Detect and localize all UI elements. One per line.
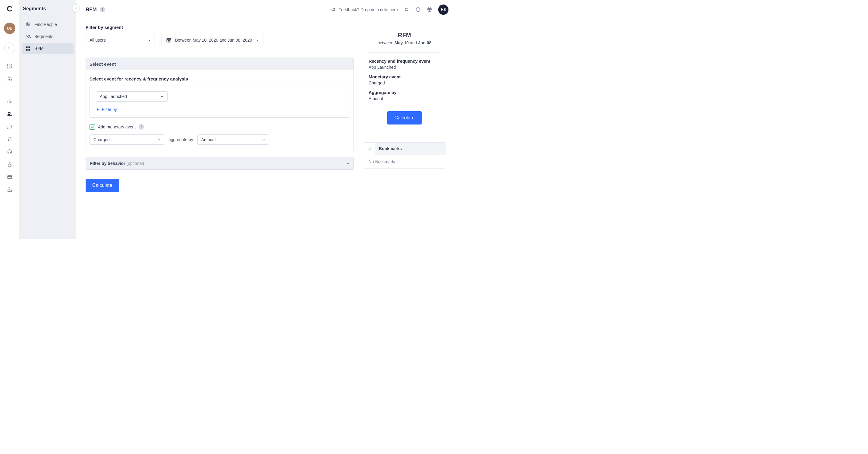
behavior-optional: (optional) [127,161,144,166]
aggregate-by-select[interactable]: Amount [197,134,269,145]
filter-behavior-panel[interactable]: Filter by behavior (optional) [86,157,354,170]
gift-icon [427,7,432,12]
caret-right-icon [347,162,349,165]
nav-messages-icon[interactable] [4,121,16,131]
behavior-label: Filter by behavior [90,161,125,166]
bar-chart-icon [7,98,12,104]
sidebar-item-label: RFM [34,46,43,51]
collapse-sidebar-button[interactable] [72,4,80,12]
nav-boards-icon[interactable] [4,61,16,71]
summary-rf-event: Recency and frequency event App Launched [369,59,440,70]
svg-point-5 [10,77,11,78]
summary-title: RFM [369,32,440,38]
help-icon[interactable]: ? [100,7,105,12]
svg-point-13 [27,24,28,24]
aggregate-by-value: Amount [201,137,216,142]
nav-segments-icon[interactable] [4,109,16,119]
svg-point-6 [8,112,10,113]
svg-point-7 [10,113,11,114]
summary-card: RFM between May 10 and Jun 08 Recency an… [363,25,446,133]
monetary-checkbox-label: Add monetary event [98,124,135,129]
headset-icon [7,149,12,154]
workspace-avatar[interactable]: DE [4,23,16,34]
filter-by-link[interactable]: Filter by [96,107,344,112]
chevron-left-icon [74,7,78,10]
check-icon [91,125,94,129]
svg-rect-17 [29,47,30,48]
svg-text:30: 30 [168,40,170,41]
svg-rect-18 [26,49,27,51]
top-action-2[interactable] [415,7,421,12]
bookmarks-empty: No Bookmarks [363,155,446,168]
chat-icon [7,124,12,129]
summary-subtitle: between May 10 and Jun 08 [369,40,440,45]
align-icon [404,7,409,12]
select-event-panel: Select event Select event for recency & … [86,58,354,151]
calculate-button[interactable]: Calculate [86,179,119,192]
feedback-label: Feedback? Drop us a note here [338,7,398,12]
svg-rect-1 [10,64,12,65]
sidebar-item-label: Find People [34,22,57,27]
users-icon [7,111,12,116]
rf-event-box: App Launched Filter by [90,86,350,118]
back-button[interactable] [4,42,15,53]
bookmarks-title: Bookmarks [375,146,405,151]
user-avatar[interactable]: HS [438,4,448,15]
nav-integrations-icon[interactable] [4,185,16,194]
topbar: RFM ? Feedback? Drop us a note here HS [86,4,448,15]
nav-journeys-icon[interactable] [4,134,16,144]
svg-rect-8 [7,176,12,179]
sidebar-item-rfm[interactable]: RFM [22,43,73,54]
nav-analytics-icon[interactable] [4,96,16,106]
chevron-down-icon [255,38,259,42]
monetary-toggle-row: Add monetary event ? [90,124,350,130]
nav-experiments-icon[interactable] [4,159,16,169]
sidebar-item-label: Segments [34,34,53,39]
grid-icon [25,46,31,51]
plus-icon [96,108,99,111]
nav-billing-icon[interactable] [4,172,16,182]
people-grid-icon [7,76,12,81]
svg-point-14 [27,35,28,36]
svg-rect-2 [10,66,12,68]
arrow-left-icon [7,46,12,50]
rf-event-value: App Launched [100,94,127,99]
brand-logo: C [0,4,19,13]
segment-select[interactable]: All users [86,34,155,46]
monetary-event-select[interactable]: Charged [90,134,164,145]
monetary-checkbox[interactable] [90,124,95,130]
svg-rect-0 [7,64,9,66]
rf-event-select[interactable]: App Launched [96,91,167,101]
import-icon [7,187,12,192]
sidebar-item-segments[interactable]: Segments [22,31,73,42]
summary-monetary-event: Monetary event Charged [369,74,440,85]
sidebar: Segments Find People Segments RFM [19,0,76,239]
monetary-event-value: Charged [93,137,110,142]
flow-icon [7,136,12,142]
chevron-down-icon [157,138,160,141]
panel-header-label: Select event [90,61,116,67]
bookmark-icon-cell[interactable] [363,143,375,155]
sidebar-item-find-people[interactable]: Find People [22,19,73,30]
feedback-link[interactable]: Feedback? Drop us a note here [331,7,398,12]
calendar-icon: 30 [166,37,172,43]
top-action-1[interactable] [404,7,409,12]
card-icon [7,174,12,180]
chevron-down-icon [148,38,151,42]
top-action-gift[interactable] [427,7,432,12]
svg-rect-3 [7,67,9,68]
megaphone-icon [331,7,336,12]
date-range-select[interactable]: 30 Between May 10, 2020 and Jun 08, 2020 [161,34,264,46]
main-content: RFM ? Feedback? Drop us a note here HS [76,0,456,239]
sidebar-title: Segments [19,4,76,18]
help-icon[interactable]: ? [138,124,144,130]
summary-calculate-button[interactable]: Calculate [387,111,422,124]
nav-people-icon[interactable] [4,74,16,84]
bookmark-icon [367,147,371,151]
summary-aggregate: Aggregate by Amount [369,90,440,101]
nav-support-icon[interactable] [4,147,16,156]
bookmarks-card: Bookmarks No Bookmarks [363,142,446,169]
search-person-icon [25,22,31,27]
icon-rail: C DE [0,0,19,239]
chevron-down-icon [160,95,164,98]
